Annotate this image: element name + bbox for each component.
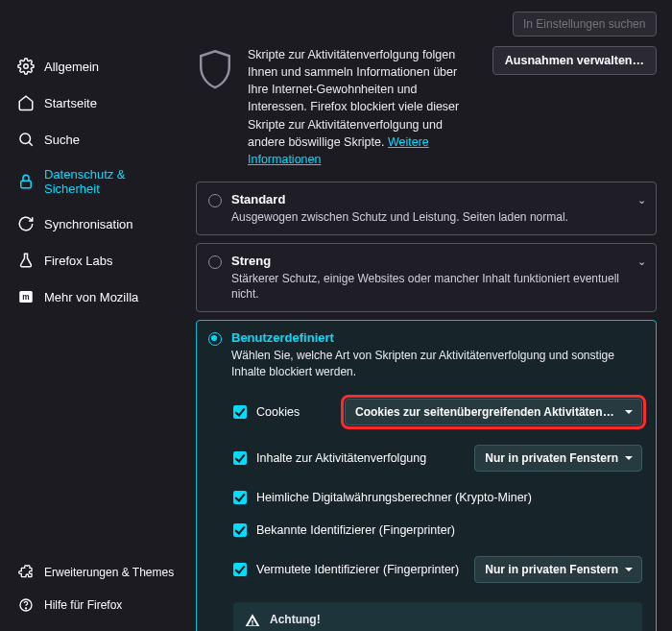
panel-title: Benutzerdefiniert — [231, 330, 627, 345]
dropdown-tracking-content[interactable]: Nur in privaten Fenstern — [474, 445, 642, 472]
sidebar-item-mozilla[interactable]: m Mehr von Mozilla — [10, 280, 184, 313]
sidebar-item-labs[interactable]: Firefox Labs — [10, 244, 184, 277]
panel-desc: Stärkerer Schutz, einige Websites oder m… — [231, 271, 627, 302]
svg-line-2 — [29, 142, 32, 145]
checkbox-tracking-content[interactable] — [233, 451, 247, 465]
label-known-fingerprinters: Bekannte Identifizierer (Fingerprinter) — [256, 523, 642, 537]
tracking-intro: Skripte zur Aktivitätenverfolgung folgen… — [196, 42, 657, 182]
intro-text: Skripte zur Aktivitätenverfolgung folgen… — [248, 46, 479, 168]
sidebar-item-label: Erweiterungen & Themes — [44, 566, 174, 579]
sidebar-item-label: Firefox Labs — [44, 254, 113, 268]
sidebar-item-label: Allgemein — [44, 60, 99, 74]
dropdown-suspected-fingerprinters[interactable]: Nur in privaten Fenstern — [474, 556, 642, 583]
radio-strict[interactable] — [208, 255, 222, 269]
checkbox-cryptominers[interactable] — [233, 491, 247, 504]
sidebar-item-label: Datenschutz & Sicherheit — [44, 167, 177, 196]
checkbox-known-fingerprinters[interactable] — [233, 523, 247, 537]
panel-standard[interactable]: Standard Ausgewogen zwischen Schutz und … — [196, 182, 657, 235]
sidebar-item-home[interactable]: Startseite — [10, 86, 184, 119]
sync-icon — [17, 215, 35, 232]
sidebar-item-label: Hilfe für Firefox — [44, 598, 122, 612]
home-icon — [17, 94, 35, 111]
sidebar-item-general[interactable]: Allgemein — [10, 50, 184, 83]
shield-icon — [196, 48, 234, 92]
warning-icon — [245, 613, 260, 628]
radio-custom[interactable] — [208, 332, 222, 346]
panel-strict[interactable]: Streng Stärkerer Schutz, einige Websites… — [196, 243, 657, 312]
panel-desc: Ausgewogen zwischen Schutz und Leistung.… — [231, 209, 568, 225]
search-icon — [17, 131, 35, 148]
label-cryptominers: Heimliche Digitalwährungsberechner (Kryp… — [256, 491, 642, 504]
chevron-down-icon: ⌄ — [637, 194, 646, 206]
lock-icon — [17, 173, 35, 190]
sidebar-item-label: Mehr von Mozilla — [44, 290, 138, 304]
svg-point-0 — [24, 64, 29, 69]
panel-desc: Wählen Sie, welche Art von Skripten zur … — [231, 348, 627, 378]
panel-title: Standard — [231, 192, 568, 206]
label-cookies: Cookies — [256, 405, 335, 419]
sidebar-item-help[interactable]: Hilfe für Firefox — [10, 591, 184, 619]
panel-title: Streng — [231, 254, 627, 268]
checkbox-cookies[interactable] — [233, 405, 247, 419]
sidebar-item-extensions[interactable]: Erweiterungen & Themes — [10, 558, 184, 587]
sidebar-item-label: Synchronisation — [44, 217, 133, 231]
help-icon — [17, 596, 35, 614]
gear-icon — [17, 58, 35, 75]
svg-text:m: m — [22, 293, 29, 302]
manage-exceptions-button[interactable]: Ausnahmen verwalten… — [492, 46, 657, 75]
sidebar-item-privacy[interactable]: Datenschutz & Sicherheit — [10, 159, 184, 204]
warning-title: Achtung! — [270, 613, 321, 626]
svg-rect-3 — [21, 181, 32, 188]
checkbox-suspected-fingerprinters[interactable] — [233, 563, 247, 576]
svg-point-7 — [25, 608, 26, 609]
warning-box: Achtung! Diese Einstellung kann dazu füh… — [233, 602, 642, 631]
sidebar: Allgemein Startseite Suche Datenschutz &… — [0, 42, 190, 631]
panel-custom: Benutzerdefiniert Wählen Sie, welche Art… — [196, 320, 657, 631]
sidebar-item-label: Startseite — [44, 96, 97, 110]
radio-standard[interactable] — [208, 194, 222, 207]
label-suspected-fingerprinters: Vermutete Identifizierer (Fingerprinter) — [256, 563, 465, 576]
svg-point-1 — [20, 133, 31, 144]
chevron-down-icon: ⌄ — [637, 255, 646, 268]
dropdown-cookies[interactable]: Cookies zur seitenübergreifenden Aktivit… — [345, 399, 642, 425]
sidebar-item-sync[interactable]: Synchronisation — [10, 207, 184, 240]
settings-search-input[interactable] — [513, 12, 657, 36]
puzzle-icon — [17, 564, 35, 581]
mozilla-icon: m — [17, 288, 35, 305]
sidebar-item-search[interactable]: Suche — [10, 123, 184, 156]
content: Skripte zur Aktivitätenverfolgung folgen… — [190, 42, 672, 631]
label-tracking-content: Inhalte zur Aktivitätenverfolgung — [256, 451, 465, 465]
flask-icon — [17, 252, 35, 269]
sidebar-item-label: Suche — [44, 133, 80, 147]
